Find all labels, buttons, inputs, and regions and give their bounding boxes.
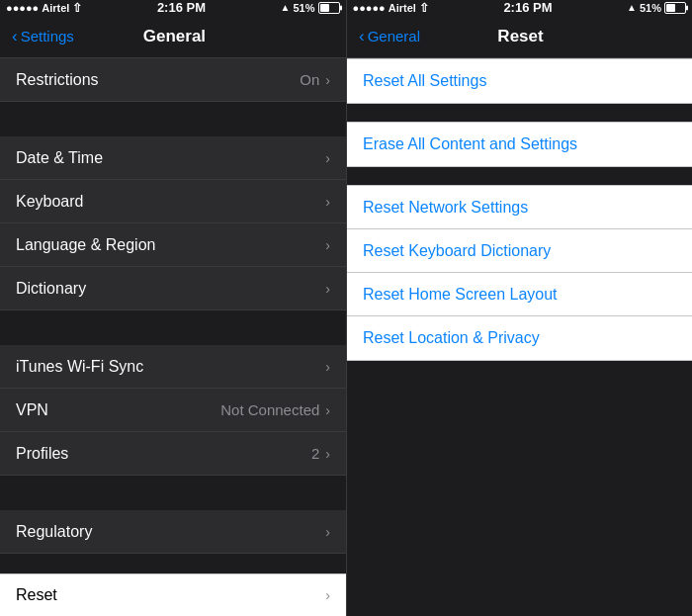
keyboard-item[interactable]: Keyboard › — [0, 180, 346, 223]
language-region-label: Language & Region — [16, 236, 325, 254]
right-status-time: 2:16 PM — [503, 0, 552, 15]
right-back-chevron-icon: ‹ — [359, 28, 365, 44]
left-carrier: Airtel — [42, 2, 69, 14]
reset-home-screen-layout-item[interactable]: Reset Home Screen Layout — [347, 273, 692, 316]
erase-all-content-item[interactable]: Erase All Content and Settings — [347, 123, 692, 166]
reset-network-settings-label: Reset Network Settings — [363, 199, 528, 217]
right-battery-pct: 51% — [640, 2, 661, 14]
right-wifi-icon: ⇧ — [419, 1, 429, 15]
language-region-chevron-icon: › — [325, 237, 330, 253]
erase-content-block: Erase All Content and Settings — [347, 122, 692, 167]
vpn-item[interactable]: VPN Not Connected › — [0, 389, 346, 432]
reset-bottom-label: Reset — [16, 586, 325, 604]
profiles-item[interactable]: Profiles 2 › — [0, 432, 346, 476]
itunes-wifi-sync-item[interactable]: iTunes Wi-Fi Sync › — [0, 345, 346, 389]
dictionary-item[interactable]: Dictionary › — [0, 267, 346, 310]
regulatory-chevron-icon: › — [325, 524, 330, 540]
left-back-chevron-icon: ‹ — [12, 28, 18, 44]
right-back-label: General — [368, 28, 420, 44]
vpn-chevron-icon: › — [325, 402, 330, 418]
left-settings-list: Restrictions On › Date & Time › Keyboard… — [0, 58, 346, 616]
right-battery-icon — [664, 2, 686, 14]
left-nav-title: General — [74, 27, 275, 46]
reset-all-settings-item[interactable]: Reset All Settings — [347, 59, 692, 103]
right-nav-bar: ‹ General Reset — [347, 15, 692, 58]
itunes-wifi-sync-chevron-icon: › — [325, 359, 330, 375]
left-back-button[interactable]: ‹ Settings — [12, 28, 74, 44]
left-status-right: ▲ 51% — [281, 2, 340, 14]
left-status-time: 2:16 PM — [157, 0, 206, 15]
profiles-label: Profiles — [16, 445, 311, 463]
keyboard-label: Keyboard — [16, 193, 325, 211]
right-location-icon: ▲ — [627, 2, 637, 13]
vpn-value: Not Connected — [220, 401, 319, 418]
language-region-item[interactable]: Language & Region › — [0, 223, 346, 267]
date-time-chevron-icon: › — [325, 150, 330, 166]
reset-bottom-item[interactable]: Reset › — [0, 573, 346, 616]
left-back-label: Settings — [21, 28, 74, 44]
reset-home-screen-layout-label: Reset Home Screen Layout — [363, 286, 558, 304]
left-nav-bar: ‹ Settings General — [0, 15, 346, 58]
left-battery-pct: 51% — [293, 2, 314, 14]
right-signal-dots: ●●●●● — [353, 2, 386, 14]
dictionary-label: Dictionary — [16, 280, 325, 298]
profiles-value: 2 — [311, 445, 319, 462]
reset-all-settings-block: Reset All Settings — [347, 58, 692, 104]
keyboard-chevron-icon: › — [325, 194, 330, 210]
left-battery-icon — [318, 2, 340, 14]
regulatory-label: Regulatory — [16, 523, 325, 541]
restrictions-chevron-icon: › — [325, 72, 330, 88]
date-time-item[interactable]: Date & Time › — [0, 136, 346, 180]
regulatory-item[interactable]: Regulatory › — [0, 510, 346, 554]
vpn-label: VPN — [16, 401, 220, 419]
reset-group-block: Reset Network Settings Reset Keyboard Di… — [347, 185, 692, 361]
reset-keyboard-dictionary-item[interactable]: Reset Keyboard Dictionary — [347, 229, 692, 273]
reset-bottom-chevron-icon: › — [325, 587, 330, 603]
left-wifi-icon: ⇧ — [72, 1, 82, 15]
reset-keyboard-dictionary-label: Reset Keyboard Dictionary — [363, 242, 551, 260]
right-reset-content: Reset All Settings Erase All Content and… — [347, 58, 692, 616]
reset-network-settings-item[interactable]: Reset Network Settings — [347, 186, 692, 229]
date-time-label: Date & Time — [16, 149, 325, 167]
erase-all-content-label: Erase All Content and Settings — [363, 135, 577, 153]
right-carrier: Airtel — [389, 2, 416, 14]
dictionary-chevron-icon: › — [325, 281, 330, 297]
right-back-button[interactable]: ‹ General — [359, 28, 420, 44]
left-signal-dots: ●●●●● — [6, 2, 39, 14]
profiles-chevron-icon: › — [325, 446, 330, 462]
restrictions-label: Restrictions — [16, 71, 300, 89]
reset-location-privacy-item[interactable]: Reset Location & Privacy — [347, 316, 692, 360]
reset-location-privacy-label: Reset Location & Privacy — [363, 329, 540, 347]
reset-all-settings-label: Reset All Settings — [363, 72, 486, 90]
right-status-left: ●●●●● Airtel ⇧ — [353, 1, 429, 15]
right-status-right: ▲ 51% — [627, 2, 686, 14]
right-nav-title: Reset — [420, 27, 621, 46]
itunes-wifi-sync-label: iTunes Wi-Fi Sync — [16, 358, 325, 376]
restrictions-value: On — [300, 71, 319, 88]
left-location-icon: ▲ — [281, 2, 291, 13]
left-status-left: ●●●●● Airtel ⇧ — [6, 1, 82, 15]
restrictions-item[interactable]: Restrictions On › — [0, 58, 346, 102]
